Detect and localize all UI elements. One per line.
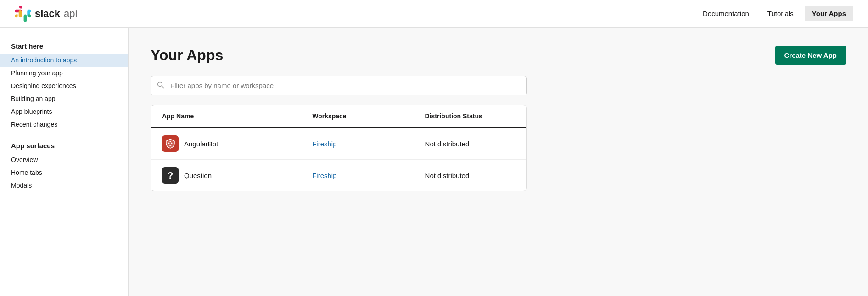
app-name-cell: ? Question bbox=[151, 160, 301, 191]
app-icon-angularbot bbox=[162, 135, 179, 152]
sidebar-section-title-app-surfaces: App surfaces bbox=[0, 142, 128, 150]
table-row: ? Question Fireship Not distributed bbox=[151, 160, 526, 191]
table-row: AngularBot Fireship Not distributed bbox=[151, 128, 526, 160]
search-wrapper bbox=[151, 76, 846, 95]
app-icon-question: ? bbox=[162, 167, 179, 184]
table-header-row: App Name Workspace Distribution Status bbox=[151, 105, 526, 128]
sidebar-item-intro[interactable]: An introduction to apps bbox=[0, 54, 128, 67]
apps-table-wrapper: App Name Workspace Distribution Status bbox=[151, 105, 527, 191]
app-name-cell: AngularBot bbox=[151, 128, 301, 160]
sidebar-section-app-surfaces: App surfaces Overview Home tabs Modals bbox=[0, 142, 128, 192]
page-title: Your Apps bbox=[151, 47, 223, 64]
status-cell-angularbot: Not distributed bbox=[414, 128, 526, 160]
sidebar-item-building[interactable]: Building an app bbox=[0, 92, 128, 105]
create-new-app-button[interactable]: Create New App bbox=[775, 46, 846, 65]
sidebar-section-start-here: Start here An introduction to apps Plann… bbox=[0, 42, 128, 131]
sidebar-item-modals[interactable]: Modals bbox=[0, 179, 128, 192]
workspace-cell-angularbot: Fireship bbox=[301, 128, 414, 160]
workspace-link-question[interactable]: Fireship bbox=[312, 172, 336, 179]
main-content: Your Apps Create New App App Name Worksp… bbox=[129, 28, 868, 296]
col-header-workspace: Workspace bbox=[301, 105, 414, 128]
workspace-cell-question: Fireship bbox=[301, 160, 414, 191]
status-cell-question: Not distributed bbox=[414, 160, 526, 191]
logo-text: slack bbox=[35, 8, 60, 20]
header-nav: Documentation Tutorials Your Apps bbox=[695, 6, 853, 21]
sidebar-section-title-start-here: Start here bbox=[0, 42, 128, 50]
apps-table: App Name Workspace Distribution Status bbox=[151, 105, 526, 191]
svg-point-2 bbox=[168, 143, 170, 144]
workspace-link-angularbot[interactable]: Fireship bbox=[312, 140, 336, 148]
main-header: Your Apps Create New App bbox=[151, 46, 846, 65]
col-header-app-name: App Name bbox=[151, 105, 301, 128]
sidebar-item-recent[interactable]: Recent changes bbox=[0, 118, 128, 131]
col-header-distribution-status: Distribution Status bbox=[414, 105, 526, 128]
nav-documentation[interactable]: Documentation bbox=[695, 6, 756, 21]
nav-your-apps[interactable]: Your Apps bbox=[805, 6, 853, 21]
logo-api-text: api bbox=[64, 8, 77, 20]
slack-logo-icon bbox=[15, 6, 31, 22]
svg-line-1 bbox=[162, 86, 164, 88]
layout: Start here An introduction to apps Plann… bbox=[0, 28, 868, 296]
logo[interactable]: slack api bbox=[15, 6, 77, 22]
search-icon bbox=[157, 81, 164, 90]
sidebar-item-overview[interactable]: Overview bbox=[0, 153, 128, 166]
header: slack api Documentation Tutorials Your A… bbox=[0, 0, 868, 28]
sidebar: Start here An introduction to apps Plann… bbox=[0, 28, 129, 296]
app-name-angularbot: AngularBot bbox=[184, 140, 218, 148]
search-input[interactable] bbox=[151, 76, 527, 95]
sidebar-item-planning[interactable]: Planning your app bbox=[0, 67, 128, 79]
app-name-question: Question bbox=[184, 172, 212, 179]
sidebar-item-home-tabs[interactable]: Home tabs bbox=[0, 166, 128, 179]
svg-point-3 bbox=[171, 143, 173, 144]
nav-tutorials[interactable]: Tutorials bbox=[760, 6, 801, 21]
sidebar-item-designing[interactable]: Designing experiences bbox=[0, 79, 128, 92]
sidebar-item-blueprints[interactable]: App blueprints bbox=[0, 105, 128, 118]
